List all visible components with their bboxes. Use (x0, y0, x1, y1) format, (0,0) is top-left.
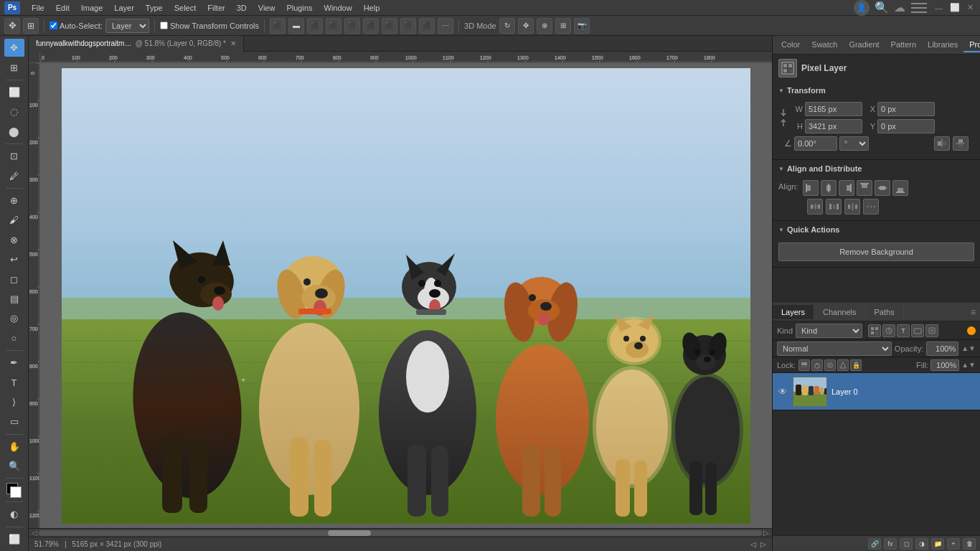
tab-close-btn[interactable]: ✕ (230, 39, 236, 47)
eraser-tool[interactable]: ◻ (4, 270, 24, 288)
path-select-tool[interactable]: ⟩ (4, 393, 24, 411)
tab-gradient[interactable]: Gradient (843, 38, 885, 52)
menu-edit[interactable]: Edit (50, 2, 75, 14)
align-center-btn[interactable]: ▬ (288, 18, 304, 34)
new-group-btn[interactable]: 📁 (931, 538, 944, 550)
filter-toggle-btn[interactable] (967, 326, 976, 335)
filter-kind-dropdown[interactable]: Kind Name Effect Mode Attribute Color Sm… (796, 324, 862, 338)
filter-shape-icon[interactable] (911, 324, 924, 337)
distribute-h-btn[interactable]: ⬛ (382, 18, 397, 34)
user-avatar[interactable]: 👤 (854, 0, 870, 16)
cloud-icon[interactable]: ☁ (894, 1, 905, 14)
align-bottom-edge-btn[interactable] (892, 180, 908, 196)
filter-adjustment-icon[interactable] (882, 324, 895, 337)
flip-vertical-btn[interactable] (953, 136, 969, 151)
3d-pan-btn[interactable]: ✥ (518, 18, 534, 34)
crop-tool[interactable]: ⊡ (4, 147, 24, 165)
dodge-tool[interactable]: ○ (4, 329, 24, 347)
opacity-input[interactable] (926, 342, 958, 356)
tab-pattern[interactable]: Pattern (885, 38, 922, 52)
lock-artboard-btn[interactable] (824, 359, 836, 371)
dist-more-btn[interactable]: ⋯ (863, 199, 879, 215)
arrange-option[interactable]: ⊞ (23, 18, 39, 34)
tab-color[interactable]: Color (776, 38, 806, 52)
align-right-btn[interactable]: ⬛ (307, 18, 323, 34)
menu-view[interactable]: View (253, 2, 281, 14)
x-input[interactable] (877, 102, 935, 116)
add-mask-btn[interactable]: ◻ (900, 538, 913, 550)
zoom-tool[interactable]: 🔍 (4, 457, 24, 475)
auto-select-checkbox[interactable] (50, 22, 57, 29)
nav-next[interactable]: ▷ (760, 540, 766, 548)
tab-layers[interactable]: Layers (773, 305, 814, 319)
shape-tool[interactable]: ▭ (4, 413, 24, 430)
show-transform-checkbox[interactable] (160, 22, 168, 29)
tab-channels[interactable]: Channels (814, 305, 865, 319)
color-swatches[interactable] (6, 483, 22, 497)
filter-smartobj-icon[interactable] (925, 324, 938, 337)
auto-select-dropdown[interactable]: Layer Group (105, 19, 149, 33)
maximize-btn[interactable]: ⬜ (950, 3, 960, 12)
lasso-tool[interactable]: ◌ (4, 103, 24, 121)
dist-center-btn[interactable] (826, 199, 842, 215)
screen-mode-btn[interactable]: ⬜ (4, 530, 24, 548)
delete-layer-btn[interactable]: 🗑 (963, 538, 976, 550)
menu-file[interactable]: File (26, 2, 50, 14)
align-top-edge-btn[interactable] (857, 180, 872, 196)
artboard-tool[interactable]: ⊞ (4, 58, 24, 76)
scrollbar-thumb[interactable] (328, 530, 371, 536)
move-tool[interactable]: ✥ (4, 39, 24, 57)
opacity-stepper[interactable]: ▲▼ (961, 344, 976, 352)
3d-rotate-btn[interactable]: ↻ (499, 18, 515, 34)
active-tab[interactable]: funnywalkwithdogsportraitmanydogsGermans… (29, 36, 244, 52)
align-top-btn[interactable]: ⬛ (326, 18, 341, 34)
layer-visibility-btn[interactable]: 👁 (777, 386, 788, 397)
remove-background-btn[interactable]: Remove Background (778, 242, 974, 261)
align-left-btn[interactable]: ⬛ (270, 18, 286, 34)
dist-right-btn[interactable] (844, 199, 860, 215)
horizontal-scrollbar[interactable]: ◁ ▷ (29, 528, 772, 537)
menu-plugins[interactable]: Plugins (281, 2, 318, 14)
y-input[interactable] (877, 119, 935, 133)
pen-tool[interactable]: ✒ (4, 354, 24, 372)
brush-tool[interactable]: 🖌 (4, 211, 24, 229)
align-header[interactable]: ▼ Align and Distribute (773, 160, 980, 177)
lock-all-btn[interactable]: 🔒 (850, 359, 862, 371)
h-input[interactable] (805, 119, 862, 133)
menu-window[interactable]: Window (319, 2, 358, 14)
new-fill-layer-btn[interactable]: ◑ (915, 538, 928, 550)
more-options-btn[interactable]: ⋯ (438, 18, 453, 34)
3d-move-btn[interactable]: ⊞ (555, 18, 571, 34)
new-layer-btn[interactable]: + (947, 538, 960, 550)
history-brush-tool[interactable]: ↩ (4, 250, 24, 268)
align-center-h-btn[interactable] (821, 180, 837, 196)
link-layers-btn[interactable]: 🔗 (868, 538, 881, 550)
filter-type-icon[interactable]: T (897, 324, 910, 337)
hand-tool[interactable]: ✋ (4, 438, 24, 456)
fill-input[interactable] (930, 359, 959, 371)
menu-filter[interactable]: Filter (202, 2, 230, 14)
search-icon[interactable]: 🔍 (875, 1, 889, 14)
eyedropper-tool[interactable]: 🖉 (4, 166, 24, 184)
menu-select[interactable]: Select (169, 2, 202, 14)
add-style-btn[interactable]: fx (884, 538, 897, 550)
align-bottom-btn[interactable]: ⬛ (363, 18, 379, 34)
distribute-mid-btn[interactable]: ⬛ (419, 18, 435, 34)
lock-transparent-btn[interactable] (798, 359, 810, 371)
tab-libraries[interactable]: Libraries (922, 38, 963, 52)
menu-layer[interactable]: Layer (108, 2, 140, 14)
w-input[interactable] (805, 102, 862, 116)
healing-tool[interactable]: ⊕ (4, 192, 24, 209)
workspace-switcher[interactable] (911, 3, 927, 13)
scroll-right-btn[interactable]: ▷ (762, 529, 771, 537)
align-left-edge-btn[interactable] (803, 180, 819, 196)
blend-mode-dropdown[interactable]: Normal Dissolve Multiply Screen Overlay … (777, 342, 892, 356)
transform-header[interactable]: ▼ Transform (773, 82, 980, 99)
scrollbar-track[interactable] (39, 530, 762, 536)
angle-input[interactable] (794, 136, 837, 151)
layers-panel-options-btn[interactable]: ≡ (966, 303, 980, 321)
3d-camera-btn[interactable]: 📷 (574, 18, 590, 34)
filter-pixel-icon[interactable] (868, 324, 881, 337)
menu-type[interactable]: Type (140, 2, 169, 14)
tab-properties[interactable]: Properties (963, 38, 980, 52)
